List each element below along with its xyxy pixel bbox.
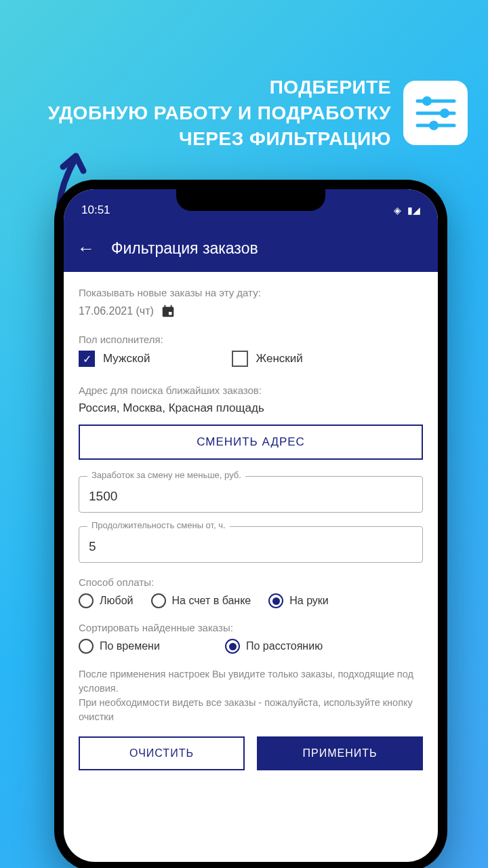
radio-payment-any[interactable]: Любой [79, 593, 134, 608]
svg-point-5 [429, 121, 439, 130]
apply-button[interactable]: ПРИМЕНИТЬ [257, 736, 423, 770]
date-picker[interactable]: 17.06.2021 (чт) [79, 304, 423, 319]
duration-label: Продолжительность смены от, ч. [87, 520, 230, 530]
male-label: Мужской [103, 352, 150, 366]
phone-frame: 10:51 ◈ ▮◢ ← Фильтрация заказов Показыва… [54, 180, 447, 868]
date-value: 17.06.2021 (чт) [79, 305, 154, 317]
radio-sort-distance[interactable]: По расстоянию [225, 639, 323, 654]
radio-sort-time[interactable]: По времени [79, 639, 207, 654]
duration-value: 5 [89, 539, 413, 554]
screen-title: Фильтрация заказов [111, 239, 258, 258]
earnings-label: Заработок за смену не меньше, руб. [87, 470, 245, 480]
back-button[interactable]: ← [77, 238, 95, 259]
checkbox-icon: ✓ [79, 351, 95, 367]
promo-header: ПОДБЕРИТЕ УДОБНУЮ РАБОТУ И ПОДРАБОТКУ ЧЕ… [48, 75, 468, 151]
checkbox-icon [232, 351, 248, 367]
svg-rect-6 [163, 307, 174, 317]
promo-line1: ПОДБЕРИТЕ [48, 75, 391, 100]
status-time: 10:51 [81, 197, 110, 217]
earnings-input[interactable]: Заработок за смену не меньше, руб. 1500 [79, 476, 423, 513]
wifi-icon: ◈ [394, 205, 401, 216]
radio-icon [79, 593, 94, 608]
date-label: Показывать новые заказы на эту дату: [79, 287, 423, 298]
sort-label: Сортировать найденные заказы: [79, 622, 423, 633]
radio-payment-bank[interactable]: На счет в банке [151, 593, 251, 608]
info-text: После применения настроек Вы увидите тол… [79, 667, 423, 724]
address-label: Адрес для поиска ближайших заказов: [79, 384, 423, 396]
radio-icon [268, 593, 283, 608]
radio-icon [151, 593, 166, 608]
checkbox-male[interactable]: ✓ Мужской [79, 351, 150, 367]
radio-icon [225, 639, 240, 654]
status-icons: ◈ ▮◢ [394, 198, 420, 216]
phone-notch [176, 189, 325, 211]
svg-rect-8 [171, 305, 172, 308]
promo-line2: УДОБНУЮ РАБОТУ И ПОДРАБОТКУ [48, 100, 391, 126]
svg-point-1 [422, 96, 432, 106]
radio-payment-cash[interactable]: На руки [268, 593, 329, 608]
address-value: Россия, Москва, Красная площадь [79, 401, 423, 415]
signal-icon: ▮◢ [407, 205, 420, 216]
clear-button[interactable]: ОЧИСТИТЬ [79, 736, 245, 770]
svg-point-3 [440, 108, 449, 118]
duration-input[interactable]: Продолжительность смены от, ч. 5 [79, 526, 423, 563]
calendar-icon [161, 304, 176, 319]
svg-rect-9 [169, 312, 172, 315]
checkbox-female[interactable]: Женский [232, 351, 303, 367]
radio-icon [79, 639, 94, 654]
payment-label: Способ оплаты: [79, 576, 423, 588]
promo-line3: ЧЕРЕЗ ФИЛЬТРАЦИЮ [48, 126, 391, 152]
earnings-value: 1500 [89, 489, 413, 504]
app-bar: ← Фильтрация заказов [64, 224, 438, 272]
gender-label: Пол исполнителя: [79, 334, 423, 345]
change-address-button[interactable]: СМЕНИТЬ АДРЕС [79, 425, 423, 460]
female-label: Женский [256, 352, 303, 366]
filter-sliders-icon [403, 81, 468, 145]
svg-rect-7 [164, 305, 165, 308]
